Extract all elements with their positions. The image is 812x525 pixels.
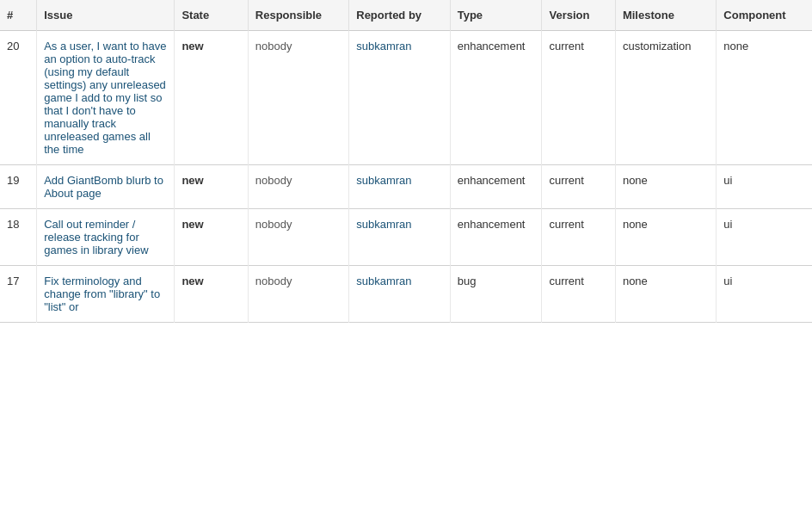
cell-responsible: nobody: [248, 266, 348, 323]
col-header-component: Component: [717, 0, 812, 31]
cell-responsible: nobody: [248, 31, 348, 165]
col-header-hash: #: [0, 0, 37, 31]
issues-table: # Issue State Responsible Reported by Ty…: [0, 0, 812, 323]
col-header-reported-by: Reported by: [349, 0, 450, 31]
cell-reported-by: subkamran: [349, 266, 450, 323]
cell-id: 17: [0, 266, 37, 323]
cell-responsible: nobody: [248, 209, 348, 266]
cell-id: 20: [0, 31, 37, 165]
cell-milestone: none: [615, 266, 716, 323]
table-row: 19Add GiantBomb blurb to About pagenewno…: [0, 165, 812, 209]
cell-reported-by: subkamran: [349, 165, 450, 209]
cell-state: new: [175, 31, 248, 165]
col-header-milestone: Milestone: [615, 0, 716, 31]
cell-type: enhancement: [450, 165, 542, 209]
cell-issue: Fix terminology and change from "library…: [37, 266, 175, 323]
cell-state: new: [175, 165, 248, 209]
cell-version: current: [542, 165, 615, 209]
cell-milestone: customization: [615, 31, 716, 165]
cell-component: ui: [717, 209, 812, 266]
table-row: 18Call out reminder / release tracking f…: [0, 209, 812, 266]
col-header-issue: Issue: [37, 0, 175, 31]
cell-version: current: [542, 209, 615, 266]
cell-issue: Call out reminder / release tracking for…: [37, 209, 175, 266]
col-header-responsible: Responsible: [248, 0, 348, 31]
cell-milestone: none: [615, 165, 716, 209]
cell-type: enhancement: [450, 31, 542, 165]
cell-milestone: none: [615, 209, 716, 266]
cell-reported-by: subkamran: [349, 209, 450, 266]
cell-id: 19: [0, 165, 37, 209]
cell-type: enhancement: [450, 209, 542, 266]
cell-component: ui: [717, 165, 812, 209]
cell-state: new: [175, 209, 248, 266]
cell-version: current: [542, 31, 615, 165]
cell-issue: As a user, I want to have an option to a…: [37, 31, 175, 165]
table-row: 17Fix terminology and change from "libra…: [0, 266, 812, 323]
col-header-type: Type: [450, 0, 542, 31]
cell-state: new: [175, 266, 248, 323]
cell-type: bug: [450, 266, 542, 323]
cell-component: none: [717, 31, 812, 165]
col-header-version: Version: [542, 0, 615, 31]
table-header-row: # Issue State Responsible Reported by Ty…: [0, 0, 812, 31]
cell-responsible: nobody: [248, 165, 348, 209]
cell-issue: Add GiantBomb blurb to About page: [37, 165, 175, 209]
cell-id: 18: [0, 209, 37, 266]
cell-component: ui: [717, 266, 812, 323]
col-header-state: State: [175, 0, 248, 31]
cell-version: current: [542, 266, 615, 323]
cell-reported-by: subkamran: [349, 31, 450, 165]
table-row: 20As a user, I want to have an option to…: [0, 31, 812, 165]
